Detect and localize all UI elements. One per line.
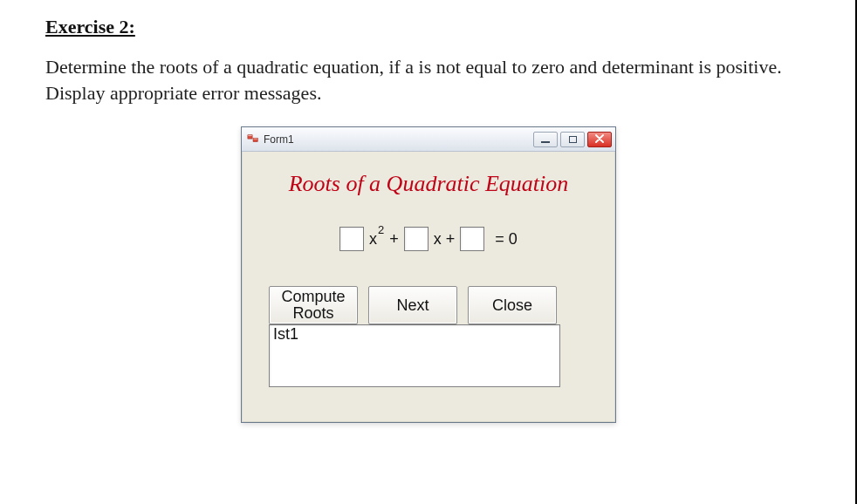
equals-zero-label: = 0 xyxy=(495,230,518,249)
compute-roots-button[interactable]: Compute Roots xyxy=(269,286,358,324)
close-icon xyxy=(595,134,604,145)
window-controls xyxy=(533,132,612,147)
window-title: Form1 xyxy=(264,133,294,146)
equation-row: x2 + x + = 0 xyxy=(258,227,599,251)
x-squared-label-x: x xyxy=(369,230,377,249)
minimize-button[interactable] xyxy=(533,132,558,147)
form-title: Roots of a Quadratic Equation xyxy=(258,171,599,197)
coefficient-b-input[interactable] xyxy=(404,227,428,251)
svg-rect-2 xyxy=(248,135,251,136)
close-label: Close xyxy=(492,297,532,314)
plus-label-1: + xyxy=(389,230,399,249)
client-area: Roots of a Quadratic Equation x2 + x + =… xyxy=(242,152,615,422)
next-label: Next xyxy=(396,297,428,314)
app-icon xyxy=(247,133,259,146)
exercise-description: Determine the roots of a quadratic equat… xyxy=(45,54,812,106)
exercise-heading: Exercise 2: xyxy=(45,16,812,38)
close-button[interactable]: Close xyxy=(468,286,557,324)
titlebar[interactable]: Form1 xyxy=(242,127,615,152)
x-squared-label-sup: 2 xyxy=(378,223,384,236)
x-plus-label: x + xyxy=(434,230,456,249)
list-item: Ist1 xyxy=(273,325,556,344)
maximize-button[interactable] xyxy=(560,132,585,147)
maximize-icon xyxy=(569,136,577,143)
window-form1: Form1 xyxy=(241,126,616,423)
next-button[interactable]: Next xyxy=(368,286,457,324)
window-close-button[interactable] xyxy=(587,132,612,147)
compute-roots-label: Compute Roots xyxy=(281,289,345,322)
coefficient-a-input[interactable] xyxy=(339,227,364,251)
svg-rect-3 xyxy=(253,139,257,140)
minimize-icon xyxy=(541,141,550,143)
coefficient-c-input[interactable] xyxy=(460,227,484,251)
results-listbox[interactable]: Ist1 xyxy=(269,324,560,387)
